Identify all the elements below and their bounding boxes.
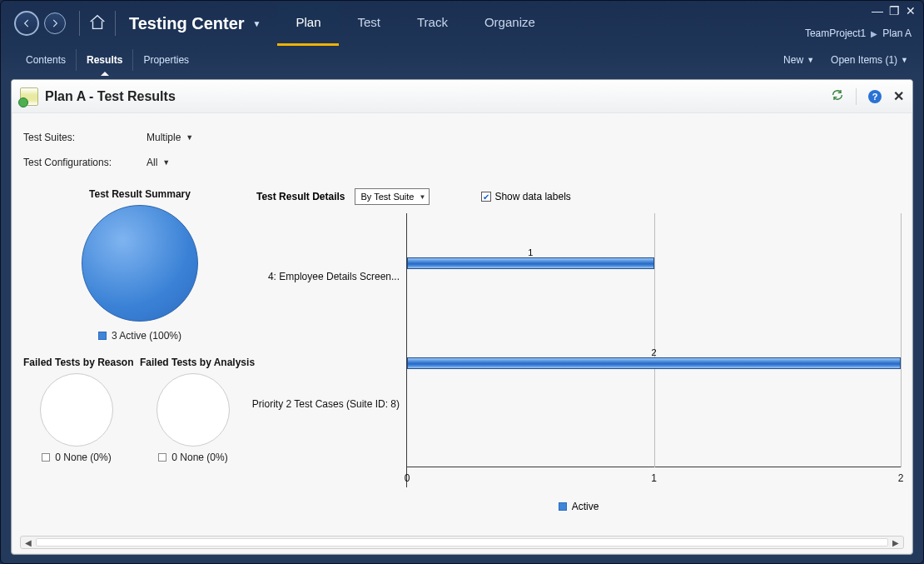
- x-tick: 1: [651, 472, 657, 484]
- filter-suites-value: Multiple: [147, 132, 181, 143]
- tab-track[interactable]: Track: [399, 1, 466, 46]
- nav-back-button[interactable]: [14, 11, 39, 36]
- show-data-labels-checkbox[interactable]: ✔: [481, 192, 491, 202]
- failed-by-analysis-chart: [156, 373, 230, 447]
- subtab-results[interactable]: Results: [77, 49, 133, 71]
- divider: [856, 88, 857, 105]
- filter-suites-label: Test Suites:: [23, 132, 140, 143]
- failed-by-analysis-legend: 0 None (0%): [171, 452, 227, 463]
- chevron-down-icon: ▼: [807, 56, 814, 64]
- test-results-icon: [20, 87, 38, 106]
- app-title-dropdown[interactable]: ▼: [253, 19, 261, 28]
- subtab-properties[interactable]: Properties: [133, 49, 199, 71]
- tab-plan[interactable]: Plan: [277, 1, 339, 46]
- breadcrumb-project[interactable]: TeamProject1: [805, 27, 866, 39]
- home-button[interactable]: [88, 13, 107, 34]
- filter-configs-value: All: [147, 157, 157, 168]
- close-window-button[interactable]: ✕: [905, 4, 917, 17]
- gridline: [654, 213, 655, 467]
- bar-category-1: Priority 2 Test Cases (Suite ID: 8): [256, 341, 406, 468]
- divider: [79, 11, 80, 36]
- details-legend-text: Active: [572, 501, 599, 512]
- divider: [115, 11, 116, 36]
- scroll-left-arrow[interactable]: ◀: [22, 538, 34, 547]
- summary-legend-text: 3 Active (100%): [112, 330, 181, 342]
- new-menu[interactable]: New ▼: [783, 54, 814, 66]
- breadcrumb-plan[interactable]: Plan A: [882, 27, 912, 39]
- bar-category-0: 4: Employee Details Screen...: [256, 213, 406, 341]
- app-title: Testing Center: [129, 14, 245, 33]
- scroll-right-arrow[interactable]: ▶: [890, 538, 902, 547]
- minimize-button[interactable]: —: [872, 4, 883, 17]
- x-tick: 0: [405, 472, 410, 484]
- chevron-down-icon: ▼: [162, 158, 170, 167]
- failed-by-reason-chart: [40, 373, 113, 447]
- main-tabs: Plan Test Track Organize: [277, 1, 553, 46]
- restore-button[interactable]: ❐: [888, 4, 900, 17]
- nav-forward-button[interactable]: [44, 12, 66, 34]
- tab-organize[interactable]: Organize: [466, 1, 554, 46]
- bar-data-label: 2: [651, 347, 656, 357]
- tab-test[interactable]: Test: [339, 1, 399, 46]
- failed-by-reason-title: Failed Tests by Reason: [23, 357, 130, 368]
- scroll-track[interactable]: [36, 538, 888, 547]
- breadcrumb: TeamProject1 ▶ Plan A: [805, 27, 912, 39]
- legend-swatch-active: [559, 502, 567, 511]
- failed-by-reason-legend: 0 None (0%): [55, 452, 111, 463]
- details-groupby-combo[interactable]: By Test Suite ▼: [355, 188, 430, 205]
- chevron-down-icon: ▼: [901, 56, 908, 64]
- summary-legend: 3 Active (100%): [23, 330, 256, 342]
- details-combo-value: By Test Suite: [360, 192, 414, 202]
- horizontal-scrollbar[interactable]: ◀ ▶: [20, 536, 904, 549]
- summary-pie-chart: [82, 205, 198, 322]
- bar-data-label: 1: [528, 247, 533, 257]
- summary-title: Test Result Summary: [23, 188, 256, 200]
- legend-swatch-none: [42, 453, 50, 462]
- chevron-down-icon: ▼: [186, 133, 193, 142]
- chevron-right-icon: ▶: [871, 29, 877, 38]
- details-bar-chart: 4: Employee Details Screen... Priority 2…: [256, 213, 901, 487]
- filter-configs-label: Test Configurations:: [23, 157, 140, 168]
- subtab-contents[interactable]: Contents: [16, 49, 77, 71]
- new-label: New: [783, 54, 803, 66]
- help-button[interactable]: ?: [868, 90, 882, 103]
- open-items-label: Open Items (1): [831, 54, 897, 66]
- close-panel-button[interactable]: ✕: [893, 88, 904, 104]
- panel-title: Plan A - Test Results: [45, 89, 176, 104]
- bar-series-active: [407, 357, 901, 369]
- open-items-menu[interactable]: Open Items (1) ▼: [831, 54, 908, 66]
- failed-by-analysis-title: Failed Tests by Analysis: [140, 357, 246, 368]
- legend-swatch-none: [158, 453, 166, 462]
- x-tick: 2: [898, 472, 904, 484]
- show-data-labels-label: Show data labels: [494, 191, 570, 202]
- details-legend: Active: [256, 501, 901, 512]
- refresh-button[interactable]: [831, 88, 844, 104]
- bar-series-active: [407, 257, 654, 269]
- filter-suites-dropdown[interactable]: Multiple ▼: [147, 132, 193, 143]
- chevron-down-icon: ▼: [419, 193, 425, 201]
- filter-configs-dropdown[interactable]: All ▼: [147, 157, 170, 168]
- legend-swatch-active: [98, 332, 107, 340]
- details-title: Test Result Details: [256, 191, 345, 202]
- gridline: [901, 213, 902, 467]
